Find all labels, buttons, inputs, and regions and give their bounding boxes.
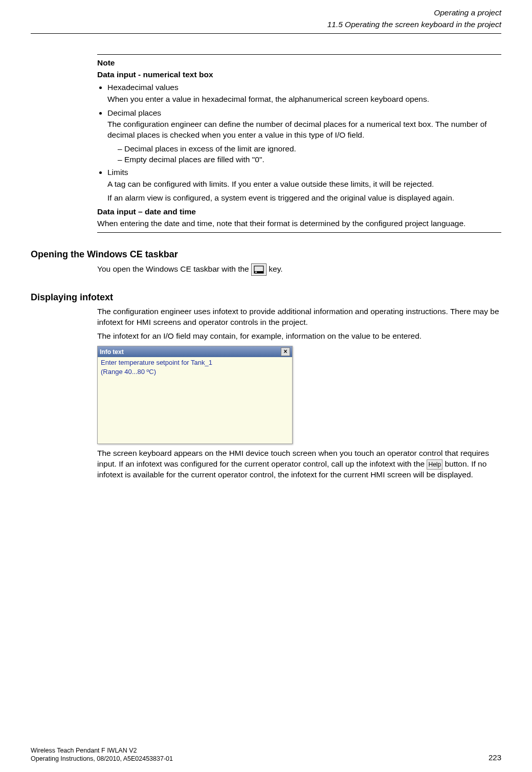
footer-line2: Operating Instructions, 08/2010, A5E0245… xyxy=(31,755,173,763)
note-subheading-datetime: Data input – date and time xyxy=(97,207,501,217)
footer-line1: Wireless Teach Pendant F IWLAN V2 xyxy=(31,746,173,755)
close-icon[interactable]: × xyxy=(281,347,290,356)
note-rule-bottom xyxy=(97,232,501,233)
note-datetime-text: When entering the date and time, note th… xyxy=(97,218,501,229)
note-label: Note xyxy=(97,58,501,69)
running-head-chapter: Operating a project xyxy=(31,8,501,18)
page-footer: Wireless Teach Pendant F IWLAN V2 Operat… xyxy=(31,746,501,763)
infotext-p2: The infotext for an I/O field may contai… xyxy=(97,331,501,342)
bullet-dec-title: Decimal places xyxy=(107,108,161,117)
note-subheading-numerical: Data input - numerical text box xyxy=(97,70,501,80)
open-taskbar-para: You open the Windows CE taskbar with the… xyxy=(97,263,501,276)
heading-infotext: Displaying infotext xyxy=(31,291,501,303)
infotext-window: Info text × Enter temperature setpoint f… xyxy=(97,346,293,444)
svg-rect-2 xyxy=(255,272,257,273)
infotext-window-body: Enter temperature setpoint for Tank_1 (R… xyxy=(98,357,292,377)
bullet-dec-text: The configuration engineer can define th… xyxy=(107,119,501,141)
bullet-hex-title: Hexadecimal values xyxy=(107,83,179,92)
open-taskbar-text-pre: You open the Windows CE taskbar with the xyxy=(97,264,251,273)
infotext-p3: The screen keyboard appears on the HMI d… xyxy=(97,448,501,480)
note-block: Note Data input - numerical text box Hex… xyxy=(97,54,501,233)
infotext-window-title: Info text xyxy=(100,348,124,356)
bullet-hex-text: When you enter a value in hexadecimal fo… xyxy=(107,94,501,105)
note-rule-top xyxy=(97,54,501,55)
taskbar-key-icon xyxy=(251,263,267,276)
heading-open-taskbar: Opening the Windows CE taskbar xyxy=(31,248,501,260)
open-taskbar-text-post: key. xyxy=(269,264,282,273)
bullet-limits-title: Limits xyxy=(107,168,128,177)
infotext-p1: The configuration engineer uses infotext… xyxy=(97,306,501,328)
note-bullet-list: Hexadecimal values When you enter a valu… xyxy=(97,82,501,204)
help-button[interactable]: Help xyxy=(427,459,442,470)
page-number: 223 xyxy=(489,753,501,763)
dec-sub2: Empty decimal places are filled with "0"… xyxy=(118,155,501,165)
bullet-limits-text2: If an alarm view is configured, a system… xyxy=(107,193,501,204)
running-head-section: 11.5 Operating the screen keyboard in th… xyxy=(31,19,501,34)
bullet-limits-text1: A tag can be configured with limits. If … xyxy=(107,179,501,190)
dec-sublist: Decimal places in excess of the limit ar… xyxy=(107,144,501,165)
dec-sub1: Decimal places in excess of the limit ar… xyxy=(118,144,501,155)
infotext-titlebar: Info text × xyxy=(98,346,292,357)
